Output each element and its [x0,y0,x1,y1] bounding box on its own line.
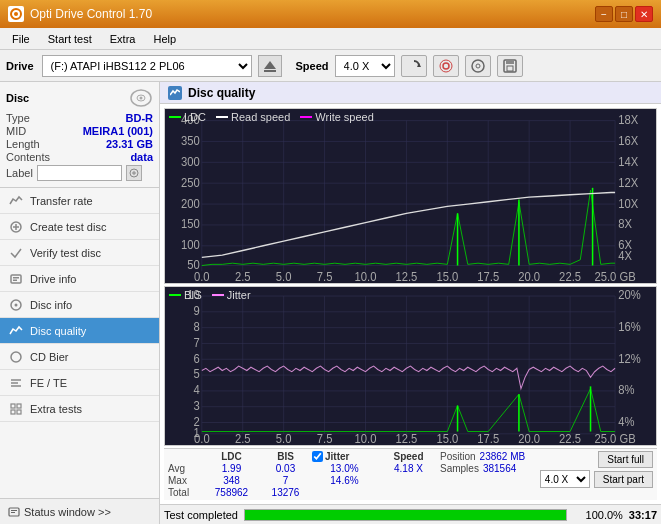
svg-rect-3 [264,70,276,72]
svg-text:7: 7 [194,335,200,350]
charts-area: LDC Read speed Write speed [160,104,661,504]
extra-tests-icon [8,401,24,417]
length-label: Length [6,138,40,150]
nav-items: Transfer rate Create test disc Verify te… [0,188,159,498]
svg-point-6 [440,60,452,72]
ldc-chart-svg: 400 350 300 250 200 150 100 50 18X 16X 1… [165,109,656,283]
svg-text:10X: 10X [618,196,638,211]
speed-total [381,487,436,498]
disc-info-icon [8,297,24,313]
settings-button[interactable] [433,55,459,77]
drive-label: Drive [6,60,34,72]
ldc-legend-color [169,116,181,118]
bis-legend-label: BIS [184,289,202,301]
jitter-total [312,487,377,498]
contents-label: Contents [6,151,50,163]
save-button[interactable] [497,55,523,77]
ldc-header: LDC [204,451,259,462]
verify-test-disc-icon [8,245,24,261]
svg-text:10.0: 10.0 [355,431,377,445]
svg-text:17.5: 17.5 [477,269,499,283]
svg-text:3: 3 [194,398,201,413]
ldc-chart-legend: LDC Read speed Write speed [169,111,374,123]
sidebar-item-extra-tests[interactable]: Extra tests [0,396,159,422]
sidebar-item-disc-info[interactable]: Disc info [0,292,159,318]
svg-point-5 [443,63,449,69]
jitter-legend-color [212,294,224,296]
type-label: Type [6,112,30,124]
disc-quality-header-icon [168,86,182,100]
svg-text:12%: 12% [618,351,641,366]
start-part-button[interactable]: Start part [594,471,653,488]
status-window-button[interactable]: Status window >> [0,498,159,524]
svg-point-14 [140,97,143,100]
jitter-header: Jitter [325,451,349,462]
sidebar-item-fe-te[interactable]: FE / TE [0,370,159,396]
disc-label-input[interactable] [37,165,122,181]
svg-text:9: 9 [194,304,201,319]
sidebar-item-transfer-rate[interactable]: Transfer rate [0,188,159,214]
svg-rect-24 [17,404,21,408]
sidebar-item-disc-quality[interactable]: Disc quality [0,318,159,344]
fe-te-icon [8,375,24,391]
svg-text:4%: 4% [618,414,635,429]
label-edit-button[interactable] [126,165,142,181]
sidebar-item-verify-test-disc[interactable]: Verify test disc [0,240,159,266]
svg-text:15.0: 15.0 [436,431,458,445]
nav-label-disc-quality: Disc quality [30,325,86,337]
samples-label: Samples [440,463,479,474]
eject-button[interactable] [258,55,282,77]
svg-text:22.5: 22.5 [559,431,581,445]
close-button[interactable]: ✕ [635,6,653,22]
jitter-avg: 13.0% [312,463,377,474]
svg-text:6: 6 [194,351,201,366]
refresh-button[interactable] [401,55,427,77]
menu-extra[interactable]: Extra [102,31,144,47]
disc-button[interactable] [465,55,491,77]
time-display: 33:17 [629,509,657,521]
minimize-button[interactable]: − [595,6,613,22]
svg-text:200: 200 [181,196,200,211]
stats-bar: X Avg Max Total LDC 1.99 348 758962 BIS … [164,448,657,500]
svg-point-21 [15,303,18,306]
sidebar-item-drive-info[interactable]: Drive info [0,266,159,292]
speed-label: Speed [296,60,329,72]
disc-info-panel: Disc Type BD-R MID MEIRA1 (001) Length [0,82,159,188]
speed-select[interactable]: 4.0 X [335,55,395,77]
status-window-icon [8,506,20,518]
nav-label-create-test-disc: Create test disc [30,221,106,233]
bis-legend-color [169,294,181,296]
svg-text:4X: 4X [618,248,632,263]
menu-start-test[interactable]: Start test [40,31,100,47]
start-full-button[interactable]: Start full [598,451,653,468]
nav-label-extra-tests: Extra tests [30,403,82,415]
sidebar-item-create-test-disc[interactable]: Create test disc [0,214,159,240]
sidebar-item-cd-bier[interactable]: CD Bier [0,344,159,370]
svg-text:15.0: 15.0 [436,269,458,283]
svg-text:12X: 12X [618,175,638,190]
nav-label-transfer-rate: Transfer rate [30,195,93,207]
progress-percentage: 100.0% [573,509,623,521]
menu-file[interactable]: File [4,31,38,47]
menu-help[interactable]: Help [145,31,184,47]
svg-point-1 [14,12,18,16]
progress-bar-fill [245,510,566,520]
ldc-max: 348 [204,475,259,486]
maximize-button[interactable]: □ [615,6,633,22]
svg-point-8 [476,64,480,68]
svg-text:4: 4 [194,383,201,398]
cd-bier-icon [8,349,24,365]
svg-rect-28 [11,510,17,511]
title-bar: Opti Drive Control 1.70 − □ ✕ [0,0,661,28]
svg-text:250: 250 [181,175,200,190]
svg-text:7.5: 7.5 [317,269,333,283]
drive-select[interactable]: (F:) ATAPI iHBS112 2 PL06 [42,55,252,77]
ldc-chart: LDC Read speed Write speed [164,108,657,284]
svg-text:16X: 16X [618,133,638,148]
total-label: Total [168,487,200,498]
max-label: Max [168,475,200,486]
svg-text:0.0: 0.0 [194,269,210,283]
mid-value: MEIRA1 (001) [83,125,153,137]
stats-speed-select[interactable]: 4.0 X [540,470,590,488]
jitter-checkbox[interactable] [312,451,323,462]
